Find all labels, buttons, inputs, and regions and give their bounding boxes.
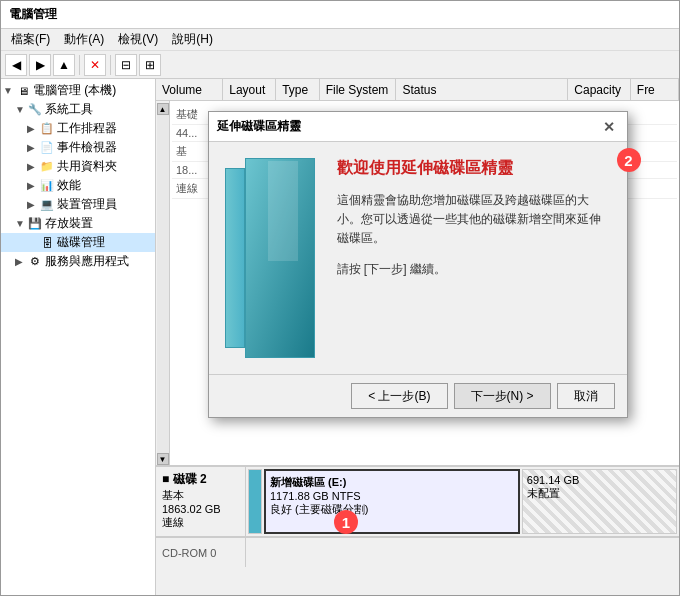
disk-shine xyxy=(268,161,298,261)
dialog-text-area: 歡迎使用延伸磁碟區精靈 2 這個精靈會協助您增加磁碟區及跨越磁碟區的大小。您可以… xyxy=(337,158,611,358)
tree-task-scheduler[interactable]: ▶ 📋 工作排程器 xyxy=(1,119,155,138)
disk2-title: ■ ■ 磁碟 2 磁碟 2 xyxy=(162,471,239,488)
toolbar-view1[interactable]: ⊟ xyxy=(115,54,137,76)
toolbar-up[interactable]: ▲ xyxy=(53,54,75,76)
tree-root[interactable]: ▼ 🖥 電腦管理 (本機) xyxy=(1,81,155,100)
services-label: 服務與應用程式 xyxy=(45,253,129,270)
toolbar-back[interactable]: ◀ xyxy=(5,54,27,76)
col-volume[interactable]: Volume xyxy=(156,79,223,100)
tree-event-viewer[interactable]: ▶ 📄 事件檢視器 xyxy=(1,138,155,157)
perf-label: 效能 xyxy=(57,177,81,194)
toolbar: ◀ ▶ ▲ ✕ ⊟ ⊞ xyxy=(1,51,679,79)
partition-e-size: 1171.88 GB NTFS xyxy=(270,490,514,502)
tree-disk-mgmt[interactable]: 🗄 磁碟管理 xyxy=(1,233,155,252)
annotation-1: 1 xyxy=(334,510,358,534)
dev-mgr-label: 裝置管理員 xyxy=(57,196,117,213)
shared-folder-label: 共用資料夾 xyxy=(57,158,117,175)
storage-toggle[interactable]: ▼ xyxy=(15,218,27,229)
dialog-instruction: 請按 [下一步] 繼續。 xyxy=(337,261,611,278)
tools-icon: 🔧 xyxy=(27,103,43,117)
toolbar-forward[interactable]: ▶ xyxy=(29,54,51,76)
tree-root-toggle[interactable]: ▼ xyxy=(3,85,15,96)
partition-unallocated[interactable]: 691.14 GB 未配置 xyxy=(522,469,677,534)
unallocated-status: 未配置 xyxy=(527,486,672,501)
computer-icon: 🖥 xyxy=(15,84,31,98)
tree-services[interactable]: ▶ ⚙ 服務與應用程式 xyxy=(1,252,155,271)
dialog-overlay: 延伸磁碟區精靈 ✕ xyxy=(156,101,679,465)
toolbar-sep1 xyxy=(79,55,80,75)
partition-e-status: 良好 (主要磁碟分割) xyxy=(270,502,514,517)
folder-icon: 📁 xyxy=(39,160,55,174)
back-button[interactable]: < 上一步(B) xyxy=(351,383,447,409)
col-fs[interactable]: File System xyxy=(320,79,397,100)
dialog-title: 延伸磁碟區精靈 xyxy=(217,118,599,135)
menu-bar: 檔案(F) 動作(A) 檢視(V) 說明(H) xyxy=(1,29,679,51)
dialog-description: 這個精靈會協助您增加磁碟區及跨越磁碟區的大小。您可以透過從一些其他的磁碟新增空間… xyxy=(337,191,611,249)
event-viewer-toggle[interactable]: ▶ xyxy=(27,142,39,153)
table-header: Volume Layout Type File System Status Ca… xyxy=(156,79,679,101)
perf-toggle[interactable]: ▶ xyxy=(27,180,39,191)
menu-file[interactable]: 檔案(F) xyxy=(5,29,56,50)
tree-storage[interactable]: ▼ 💾 存放裝置 xyxy=(1,214,155,233)
disk-side xyxy=(225,168,245,348)
dialog-title-bar: 延伸磁碟區精靈 ✕ xyxy=(209,112,627,142)
partition-system-reserved[interactable] xyxy=(248,469,262,534)
disk-graphic xyxy=(225,158,315,358)
disk2-icon: ■ xyxy=(162,472,173,486)
tree-shared-folder[interactable]: ▶ 📁 共用資料夾 xyxy=(1,157,155,176)
left-panel: ▼ 🖥 電腦管理 (本機) ▼ 🔧 系統工具 ▶ 📋 工作排程器 ▶ 📄 事件檢… xyxy=(1,79,156,595)
tree-system-tools[interactable]: ▼ 🔧 系統工具 xyxy=(1,100,155,119)
disk2-type-text: 基本 xyxy=(162,488,239,503)
disk-mgmt-area: ■ ■ 磁碟 2 磁碟 2 基本 基本 1863.02 GB 連線 1 xyxy=(156,465,679,595)
col-capacity[interactable]: Capacity xyxy=(568,79,630,100)
dev-mgr-toggle[interactable]: ▶ xyxy=(27,199,39,210)
storage-icon: 💾 xyxy=(27,217,43,231)
unallocated-size: 691.14 GB xyxy=(527,474,672,486)
event-viewer-label: 事件檢視器 xyxy=(57,139,117,156)
toolbar-view2[interactable]: ⊞ xyxy=(139,54,161,76)
tree-root-label: 電腦管理 (本機) xyxy=(33,82,116,99)
task-sched-toggle[interactable]: ▶ xyxy=(27,123,39,134)
shared-toggle[interactable]: ▶ xyxy=(27,161,39,172)
disk2-row: ■ ■ 磁碟 2 磁碟 2 基本 基本 1863.02 GB 連線 1 xyxy=(156,467,679,537)
dialog-close-button[interactable]: ✕ xyxy=(599,117,619,137)
cdrom-row: CD-ROM 0 xyxy=(156,537,679,567)
menu-help[interactable]: 說明(H) xyxy=(166,29,219,50)
services-toggle[interactable]: ▶ xyxy=(15,256,27,267)
toolbar-sep2 xyxy=(110,55,111,75)
window-title: 電腦管理 xyxy=(9,6,57,23)
partition-e-name: 新增磁碟區 (E:) xyxy=(270,475,514,490)
col-free[interactable]: Fre xyxy=(631,79,679,100)
disk2-partitions: 1 新增磁碟區 (E:) 1171.88 GB NTFS 良好 (主要磁碟分割) xyxy=(246,467,679,536)
disk-mgmt-toggle xyxy=(27,237,39,248)
menu-view[interactable]: 檢視(V) xyxy=(112,29,164,50)
system-tools-toggle[interactable]: ▼ xyxy=(15,104,27,115)
system-tools-label: 系統工具 xyxy=(45,101,93,118)
task-icon: 📋 xyxy=(39,122,55,136)
col-layout[interactable]: Layout xyxy=(223,79,276,100)
dialog-heading: 歡迎使用延伸磁碟區精靈 xyxy=(337,158,611,179)
disk-visual-wrapper: ▲ ▼ 基礎 44... 基 xyxy=(156,101,679,465)
partition-e[interactable]: 新增磁碟區 (E:) 1171.88 GB NTFS 良好 (主要磁碟分割) xyxy=(264,469,520,534)
title-bar: 電腦管理 xyxy=(1,1,679,29)
col-type[interactable]: Type xyxy=(276,79,319,100)
tree-performance[interactable]: ▶ 📊 效能 xyxy=(1,176,155,195)
disk2-status: 連線 xyxy=(162,515,239,530)
services-icon: ⚙ xyxy=(27,255,43,269)
main-window: 電腦管理 檔案(F) 動作(A) 檢視(V) 說明(H) ◀ ▶ ▲ ✕ ⊟ ⊞… xyxy=(0,0,680,596)
col-status[interactable]: Status xyxy=(396,79,568,100)
cancel-button[interactable]: 取消 xyxy=(557,383,615,409)
right-panel: Volume Layout Type File System Status Ca… xyxy=(156,79,679,595)
menu-action[interactable]: 動作(A) xyxy=(58,29,110,50)
disk-visual-area: ▲ ▼ 基礎 44... 基 xyxy=(156,101,679,465)
toolbar-close[interactable]: ✕ xyxy=(84,54,106,76)
dialog-illustration xyxy=(225,158,325,358)
cdrom-label: CD-ROM 0 xyxy=(156,538,246,567)
extend-volume-wizard: 延伸磁碟區精靈 ✕ xyxy=(208,111,628,418)
next-button[interactable]: 下一步(N) > xyxy=(454,383,551,409)
heading-wrapper: 歡迎使用延伸磁碟區精靈 2 xyxy=(337,158,611,179)
event-icon: 📄 xyxy=(39,141,55,155)
disk-mgmt-label: 磁碟管理 xyxy=(57,234,105,251)
disk-body xyxy=(245,158,315,358)
tree-device-manager[interactable]: ▶ 💻 裝置管理員 xyxy=(1,195,155,214)
